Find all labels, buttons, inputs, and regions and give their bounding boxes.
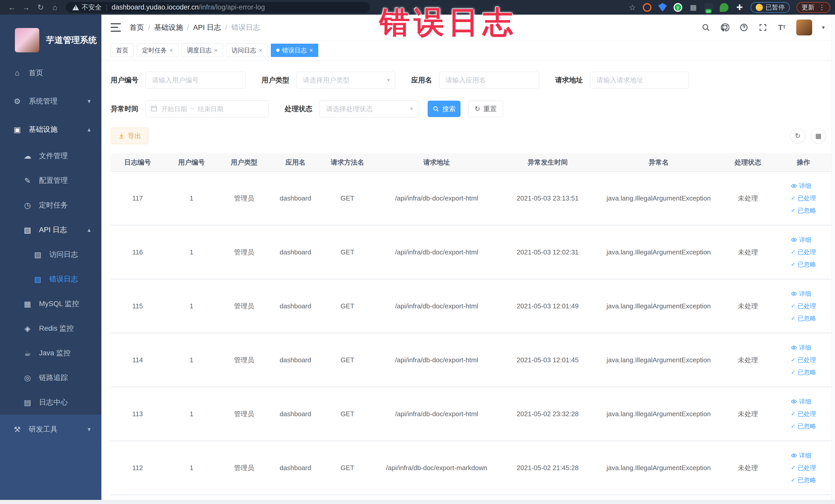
tab-定时任务[interactable]: 定时任务×: [137, 44, 178, 57]
cell-method: GET: [341, 248, 354, 256]
sidebar-item-config[interactable]: ✎配置管理: [0, 168, 101, 193]
profile-paused-badge[interactable]: 已暂停: [751, 2, 790, 13]
browser-back-icon[interactable]: ←: [5, 3, 19, 12]
tags-view-bar: 首页定时任务×调度日志×访问日志×错误日志×: [101, 40, 835, 60]
sidebar-item-trace[interactable]: ◎链路追踪: [0, 365, 101, 390]
sidebar-item-label: 日志中心: [39, 398, 68, 407]
cloud-upload-icon: ☁: [23, 152, 32, 160]
column-settings-button[interactable]: ▦: [811, 128, 826, 143]
ignored-link[interactable]: ✓已忽略: [791, 206, 816, 215]
sidebar-item-access-log[interactable]: ▨访问日志: [0, 242, 101, 267]
extension-leaf-icon[interactable]: [720, 3, 729, 12]
ignored-link[interactable]: ✓已忽略: [791, 476, 816, 484]
user-avatar[interactable]: [796, 20, 812, 36]
cell-actions: 详细✓已处理✓已忽略: [791, 344, 816, 377]
column-header: 用户编号: [178, 158, 205, 167]
sidebar-item-home[interactable]: ⌂首页: [0, 59, 101, 87]
tab-close-icon[interactable]: ×: [259, 47, 262, 54]
ignored-link[interactable]: ✓已忽略: [791, 314, 816, 322]
cell-user-id: 1: [190, 464, 193, 472]
sidebar-item-redis[interactable]: ◈Redis 监控: [0, 316, 101, 341]
app-logo-row[interactable]: 芋道管理系统: [0, 15, 101, 59]
bookmark-star-icon[interactable]: ☆: [629, 3, 636, 12]
processed-link[interactable]: ✓已处理: [791, 194, 816, 202]
tab-close-icon[interactable]: ×: [169, 47, 173, 54]
exception-time-range-picker[interactable]: 开始日期 ~ 结束日期: [145, 100, 269, 117]
browser-forward-icon[interactable]: →: [19, 3, 33, 12]
reset-button-label: 重置: [483, 104, 497, 114]
sidebar-toggle-icon[interactable]: [110, 23, 121, 32]
processed-link[interactable]: ✓已处理: [791, 464, 816, 472]
breadcrumb-item[interactable]: 首页: [130, 23, 144, 32]
cell-request-url: /api/infra/db-doc/export-html: [395, 302, 478, 310]
exception-time-label: 异常时间: [110, 104, 138, 114]
detail-link[interactable]: 详细: [791, 236, 811, 244]
sidebar-item-log-center[interactable]: ▤日志中心: [0, 390, 101, 415]
detail-link[interactable]: 详细: [791, 344, 811, 352]
app-name-input[interactable]: 请输入应用名: [439, 72, 539, 88]
browser-home-icon[interactable]: ⌂: [48, 3, 62, 12]
extension-grid-icon[interactable]: ▦: [689, 3, 698, 12]
github-icon[interactable]: [720, 23, 730, 32]
refresh-table-button[interactable]: ↻: [790, 128, 805, 143]
cell-user-type: 管理员: [234, 302, 254, 311]
ignored-link[interactable]: ✓已忽略: [791, 368, 816, 377]
sidebar-item-system[interactable]: ⚙系统管理▾: [0, 87, 101, 115]
browser-reload-icon[interactable]: ↻: [33, 3, 48, 12]
processed-link[interactable]: ✓已处理: [791, 356, 816, 364]
search-button[interactable]: 搜索: [428, 101, 461, 117]
user-type-select[interactable]: 请选择用户类型▾: [297, 72, 395, 88]
sidebar-item-mysql[interactable]: ▦MySQL 监控: [0, 291, 101, 316]
extension-green-y-icon[interactable]: y: [674, 3, 682, 12]
search-icon[interactable]: [701, 23, 711, 32]
tab-首页[interactable]: 首页: [110, 44, 134, 57]
ignored-link[interactable]: ✓已忽略: [791, 260, 816, 268]
breadcrumb-item[interactable]: 基础设施: [154, 23, 183, 32]
detail-link[interactable]: 详细: [791, 289, 811, 298]
sidebar-item-devtools[interactable]: ⚒研发工具▾: [0, 415, 101, 444]
browser-update-button[interactable]: 更新 ⋮: [796, 2, 830, 13]
cell-exception-time: 2021-05-02 21:45:28: [517, 464, 578, 472]
cell-log-id: 113: [132, 410, 143, 418]
fullscreen-icon[interactable]: [758, 23, 768, 32]
sidebar-item-api-log[interactable]: ▧API 日志▴: [0, 218, 101, 242]
tab-close-icon[interactable]: ×: [214, 47, 218, 54]
extension-orange-icon[interactable]: [643, 3, 651, 12]
detail-link[interactable]: 详细: [791, 451, 811, 460]
sidebar-item-job[interactable]: ◷定时任务: [0, 193, 101, 218]
extensions-puzzle-icon[interactable]: ✚: [735, 3, 744, 12]
sidebar-item-error-log[interactable]: ▨错误日志: [0, 267, 101, 291]
export-button[interactable]: 导出: [110, 127, 149, 144]
extension-on-badge-icon[interactable]: on: [704, 3, 713, 12]
access-log-icon: ▨: [33, 250, 43, 259]
font-size-icon[interactable]: TT: [777, 23, 787, 32]
cell-method: GET: [341, 302, 354, 310]
request-url-input[interactable]: 请输入请求地址: [590, 72, 689, 88]
table-header-row: 日志编号用户编号用户类型应用名请求方法名请求地址异常发生时间异常名处理状态操作: [110, 153, 833, 172]
check-icon: ✓: [791, 195, 795, 202]
breadcrumb-item[interactable]: API 日志: [193, 23, 221, 32]
detail-link[interactable]: 详细: [791, 398, 811, 406]
process-status-select[interactable]: 请选择处理状态▾: [320, 100, 419, 117]
help-icon[interactable]: [739, 23, 749, 32]
user-menu-caret-icon[interactable]: ▾: [822, 24, 825, 31]
processed-link[interactable]: ✓已处理: [791, 410, 816, 418]
detail-link[interactable]: 详细: [791, 182, 811, 190]
processed-link[interactable]: ✓已处理: [791, 248, 816, 256]
processed-link[interactable]: ✓已处理: [791, 302, 816, 310]
page-scrollbar[interactable]: [831, 15, 835, 504]
reset-button[interactable]: ↻ 重置: [468, 101, 503, 117]
tab-访问日志[interactable]: 访问日志×: [226, 44, 268, 57]
tab-调度日志[interactable]: 调度日志×: [182, 44, 223, 57]
address-bar[interactable]: 不安全 | dashboard.yudao.iocoder.cn/infra/l…: [66, 2, 370, 13]
sidebar-item-file[interactable]: ☁文件管理: [0, 143, 101, 168]
action-label: 详细: [799, 398, 811, 406]
user-id-input[interactable]: 请输入用户编号: [145, 72, 246, 88]
sidebar-item-java[interactable]: ☕Java 监控: [0, 341, 101, 365]
browser-menu-kebab-icon[interactable]: ⋮: [819, 3, 825, 11]
ignored-link[interactable]: ✓已忽略: [791, 422, 816, 430]
extension-shield-icon[interactable]: [658, 3, 667, 12]
sidebar-item-infra[interactable]: ▣基础设施▴: [0, 115, 101, 143]
tab-close-icon[interactable]: ×: [309, 47, 313, 54]
tab-错误日志[interactable]: 错误日志×: [271, 44, 318, 57]
